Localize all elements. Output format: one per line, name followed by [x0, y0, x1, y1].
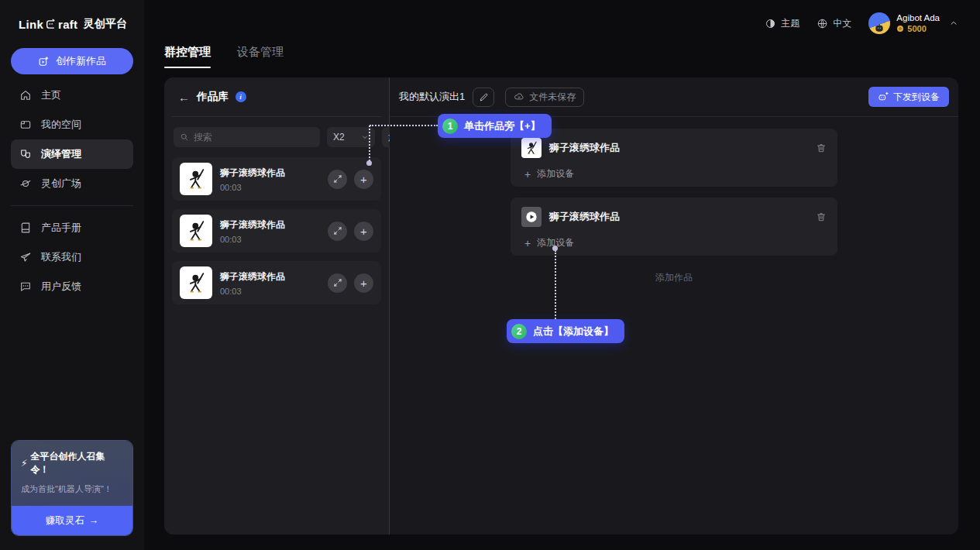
tab-label: 群控管理 [164, 45, 211, 58]
sidebar-item-label: 联系我们 [41, 250, 81, 264]
user-menu[interactable]: Agibot Ada 5000 [868, 12, 958, 34]
tab-group-control[interactable]: 群控管理 [164, 45, 211, 68]
sidebar-item-user-feedback[interactable]: 用户反馈 [11, 272, 133, 301]
work-card[interactable]: 狮子滚绣球作品 00:03 + [172, 157, 381, 201]
deploy-label: 下发到设备 [893, 91, 940, 104]
add-work-to-show-button[interactable]: + [354, 273, 373, 293]
add-work-to-show-button[interactable]: + [354, 222, 373, 241]
preview-expand-button[interactable] [328, 273, 347, 293]
work-thumbnail [180, 215, 212, 247]
create-new-work-button[interactable]: 创作新作品 [11, 48, 133, 74]
show-title: 我的默认演出1 [399, 90, 465, 104]
add-device-button[interactable]: + 添加设备 [521, 167, 827, 180]
logo-c-icon [44, 18, 57, 31]
work-title: 狮子滚绣球作品 [220, 167, 285, 180]
earn-gems-button[interactable]: 赚取灵石 → [12, 506, 132, 535]
work-thumbnail [180, 163, 212, 195]
arrow-right-icon: → [89, 515, 99, 526]
sidebar-item-label: 产品手册 [41, 221, 81, 235]
plus-icon: + [524, 238, 531, 249]
add-work-hint[interactable]: 添加作品 [390, 271, 958, 284]
tab-device-management[interactable]: 设备管理 [237, 45, 284, 68]
globe-icon [817, 18, 828, 29]
work-duration: 00:03 [220, 235, 285, 244]
row-header: 狮子滚绣球作品 [521, 138, 827, 158]
sidebar-item-home[interactable]: 主页 [11, 81, 133, 110]
show-rows: 狮子滚绣球作品 + 添加设备 狮子滚绣 [511, 129, 837, 266]
trash-icon [816, 211, 827, 222]
theme-icon [765, 18, 776, 29]
cloud-unsaved-icon [514, 91, 524, 102]
delete-row-button[interactable] [816, 211, 827, 222]
sidebar-item-product-manual[interactable]: 产品手册 [11, 213, 133, 242]
tab-bar: 群控管理 设备管理 [164, 45, 284, 68]
rename-show-button[interactable] [473, 88, 494, 107]
sidebar-item-label: 用户反馈 [41, 280, 81, 294]
search-input[interactable] [194, 132, 314, 143]
play-icon [525, 211, 538, 223]
work-actions: + [328, 273, 373, 293]
promo-card: ⚡ 全平台创作人召集令！ 成为首批"机器人导演"！ 赚取灵石 → [11, 440, 133, 536]
home-icon [19, 89, 32, 101]
work-card[interactable]: 狮子滚绣球作品 00:03 + [172, 261, 381, 304]
delete-row-button[interactable] [816, 143, 827, 153]
add-work-to-show-button[interactable]: + [354, 170, 373, 189]
performance-icon [19, 148, 32, 160]
top-bar: 主题 中文 Agibot Ada 5000 [765, 0, 958, 46]
works-list: 狮子滚绣球作品 00:03 + 狮子滚绣球作品 00:03 [172, 157, 381, 304]
work-actions: + [328, 222, 373, 241]
speed-filter-value: X2 [333, 132, 345, 143]
show-canvas: 我的默认演出1 文件未保存 下发到设备 狮子滚绣球作品 [390, 77, 958, 535]
robot-figure-image [183, 270, 209, 296]
work-thumbnail [180, 266, 212, 299]
expand-icon [333, 278, 342, 287]
logo-text-post: raft [58, 18, 77, 31]
coin-balance: 5000 [896, 24, 940, 33]
expand-icon [333, 226, 342, 235]
works-library-panel: ← 作品库 i X2 旗舰版 [164, 77, 390, 535]
earn-gems-label: 赚取灵石 [46, 514, 84, 528]
show-work-row: 狮子滚绣球作品 + 添加设备 [511, 129, 837, 187]
create-video-icon [38, 56, 50, 67]
search-icon [180, 132, 189, 142]
work-info: 狮子滚绣球作品 00:03 [220, 167, 285, 192]
robot-deploy-icon [878, 91, 889, 102]
sidebar-item-contact-us[interactable]: 联系我们 [11, 242, 133, 272]
back-button[interactable]: ← [178, 91, 190, 104]
language-switcher[interactable]: 中文 [817, 17, 851, 30]
work-actions: + [328, 170, 373, 189]
add-device-button[interactable]: + 添加设备 [521, 236, 827, 249]
save-status-label: 文件未保存 [529, 91, 576, 104]
row-thumbnail-playing[interactable] [521, 207, 542, 227]
show-work-row: 狮子滚绣球作品 + 添加设备 [511, 198, 837, 256]
plus-icon: + [360, 225, 367, 237]
chevron-down-icon [361, 133, 369, 141]
preview-expand-button[interactable] [328, 170, 347, 189]
sidebar-item-plaza[interactable]: 灵创广场 [11, 169, 133, 198]
plus-icon: + [524, 169, 531, 180]
speed-filter-dropdown[interactable]: X2 [327, 127, 375, 147]
theme-toggle[interactable]: 主题 [765, 17, 799, 30]
plaza-icon [19, 177, 32, 190]
brand-logo: Link raft 灵创平台 [0, 0, 144, 31]
manual-icon [19, 222, 32, 234]
preview-expand-button[interactable] [328, 222, 347, 241]
tab-label: 设备管理 [237, 45, 284, 58]
sidebar-item-my-space[interactable]: 我的空间 [11, 110, 133, 139]
row-work-title: 狮子滚绣球作品 [549, 210, 620, 224]
deploy-to-devices-button[interactable]: 下发到设备 [868, 87, 949, 107]
promo-title: ⚡ 全平台创作人召集令！ [21, 450, 123, 476]
work-info: 狮子滚绣球作品 00:03 [220, 270, 285, 296]
work-duration: 00:03 [220, 287, 285, 296]
app-root: Link raft 灵创平台 创作新作品 [0, 0, 980, 550]
info-icon[interactable]: i [236, 91, 246, 102]
save-status-badge: 文件未保存 [505, 88, 584, 107]
search-box[interactable] [174, 127, 320, 147]
sidebar-divider [11, 205, 133, 206]
robot-figure-image [523, 139, 540, 156]
sidebar-item-performance-management[interactable]: 演绎管理 [11, 139, 133, 169]
pencil-icon [479, 92, 489, 102]
plus-icon: + [360, 277, 367, 289]
sidebar: Link raft 灵创平台 创作新作品 [0, 0, 144, 550]
work-card[interactable]: 狮子滚绣球作品 00:03 + [172, 209, 381, 253]
